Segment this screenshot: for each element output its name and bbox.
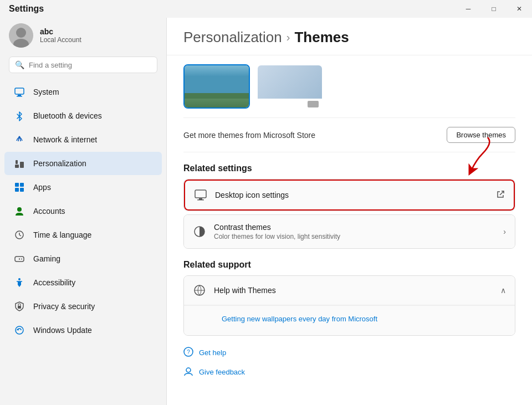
svg-point-22 <box>18 278 21 280</box>
sidebar-item-accounts[interactable]: Accounts <box>4 199 162 223</box>
wallpaper-link[interactable]: Getting new wallpapers every day from Mi… <box>213 308 506 330</box>
app-title: Settings <box>9 4 44 14</box>
sidebar-item-gaming[interactable]: Gaming <box>4 247 162 270</box>
svg-point-21 <box>21 259 22 260</box>
svg-rect-12 <box>15 188 19 192</box>
network-icon <box>13 134 25 146</box>
sidebar-item-network[interactable]: Network & internet <box>4 128 162 151</box>
body: abc Local Account 🔍 System <box>0 18 532 405</box>
svg-rect-3 <box>15 88 24 94</box>
help-subitems: Getting new wallpapers every day from Mi… <box>184 305 515 335</box>
svg-point-32 <box>186 368 191 372</box>
apps-icon <box>13 181 25 193</box>
sidebar-item-personalization[interactable]: Personalization <box>4 152 162 175</box>
contrast-themes-card: Contrast themes Color themes for low vis… <box>183 214 515 249</box>
help-globe-icon <box>193 284 206 297</box>
svg-point-14 <box>17 207 22 212</box>
svg-rect-27 <box>197 199 204 201</box>
sidebar-item-apps[interactable]: Apps <box>4 176 162 199</box>
user-info: abc Local Account <box>40 27 81 44</box>
breadcrumb: Personalization › Themes <box>183 29 515 46</box>
contrast-icon <box>193 225 206 238</box>
sidebar-item-personalization-label: Personalization <box>33 159 86 168</box>
sidebar-item-update-label: Windows Update <box>33 326 92 335</box>
maximize-button[interactable]: □ <box>481 0 507 18</box>
give-feedback-label: Give feedback <box>199 368 245 376</box>
svg-point-6 <box>19 136 21 138</box>
sidebar-item-accessibility-label: Accessibility <box>33 278 75 287</box>
svg-rect-13 <box>20 188 24 192</box>
external-link-icon <box>496 190 505 201</box>
svg-rect-7 <box>15 165 19 168</box>
feedback-icon <box>183 366 193 378</box>
get-help-icon: ? <box>183 347 193 358</box>
accounts-icon <box>13 205 25 217</box>
sidebar-item-network-label: Network & internet <box>33 135 97 144</box>
sidebar-item-privacy-label: Privacy & security <box>33 302 95 311</box>
sidebar-item-bluetooth-label: Bluetooth & devices <box>33 111 102 120</box>
gaming-icon <box>13 253 25 265</box>
theme-thumb-1[interactable] <box>183 64 250 109</box>
store-row: Get more themes from Microsoft Store Bro… <box>183 118 515 152</box>
system-icon <box>13 86 25 98</box>
svg-rect-5 <box>17 96 22 97</box>
svg-rect-10 <box>15 183 19 187</box>
breadcrumb-parent: Personalization <box>183 29 282 46</box>
theme-taskbar-btn-2 <box>308 101 319 107</box>
user-account-type: Local Account <box>40 36 81 44</box>
title-bar: Settings ─ □ ✕ <box>0 0 532 18</box>
sidebar-item-accessibility[interactable]: Accessibility <box>4 271 162 294</box>
svg-line-17 <box>19 235 21 236</box>
related-settings-section: Related settings <box>183 163 515 249</box>
get-help-label: Get help <box>199 348 226 357</box>
desktop-icon-settings-item[interactable]: Desktop icon settings <box>184 180 515 211</box>
theme-taskbar-2 <box>258 99 322 109</box>
give-feedback-link[interactable]: Give feedback <box>183 364 515 380</box>
sidebar: abc Local Account 🔍 System <box>0 18 166 405</box>
browse-themes-button[interactable]: Browse themes <box>447 127 515 143</box>
search-icon: 🔍 <box>15 60 24 69</box>
sidebar-item-accounts-label: Accounts <box>33 207 65 216</box>
sidebar-item-privacy[interactable]: Privacy & security <box>4 295 162 318</box>
store-text: Get more themes from Microsoft Store <box>183 131 315 140</box>
update-icon <box>13 324 25 336</box>
help-themes-card: Help with Themes ∧ Getting new wallpaper… <box>183 275 515 336</box>
desktop-icon-settings-card: Desktop icon settings <box>183 179 515 211</box>
nav-list: System Bluetooth & devices Network & int… <box>0 80 166 342</box>
accessibility-icon <box>13 276 25 289</box>
contrast-themes-text: Contrast themes Color themes for low vis… <box>214 223 495 240</box>
svg-rect-8 <box>16 160 18 164</box>
page-header: Personalization › Themes <box>167 18 532 55</box>
breadcrumb-current: Themes <box>294 29 349 46</box>
app-window: Settings ─ □ ✕ abc Local Accou <box>0 0 532 405</box>
sidebar-item-system[interactable]: System <box>4 80 162 104</box>
theme-thumb-2[interactable] <box>257 64 323 109</box>
minimize-button[interactable]: ─ <box>456 0 481 18</box>
svg-rect-4 <box>18 95 21 96</box>
personalization-icon <box>13 157 25 170</box>
avatar <box>9 23 33 48</box>
theme-thumbnails <box>183 55 515 118</box>
related-settings-title: Related settings <box>183 163 515 173</box>
sidebar-item-apps-label: Apps <box>33 183 51 192</box>
sidebar-item-time[interactable]: Time & language <box>4 223 162 247</box>
search-input[interactable] <box>29 61 151 69</box>
desktop-icon-icon <box>194 188 207 202</box>
related-support-section: Related support Help with Themes ∧ Getti… <box>183 260 515 336</box>
contrast-themes-item[interactable]: Contrast themes Color themes for low vis… <box>184 215 515 248</box>
bluetooth-icon <box>13 110 25 122</box>
svg-rect-9 <box>20 162 24 168</box>
help-themes-item[interactable]: Help with Themes ∧ <box>184 276 515 305</box>
get-help-link[interactable]: ? Get help <box>183 345 515 361</box>
chevron-right-icon: › <box>503 227 506 236</box>
sidebar-item-update[interactable]: Windows Update <box>4 319 162 342</box>
help-themes-label: Help with Themes <box>214 286 493 295</box>
bottom-links: ? Get help Give feedback <box>183 339 515 386</box>
svg-point-1 <box>16 28 26 38</box>
theme-taskbar-1 <box>185 107 249 109</box>
time-icon <box>13 229 25 241</box>
close-button[interactable]: ✕ <box>507 0 532 18</box>
search-box[interactable]: 🔍 <box>9 57 157 73</box>
privacy-icon <box>13 300 25 312</box>
sidebar-item-bluetooth[interactable]: Bluetooth & devices <box>4 104 162 127</box>
